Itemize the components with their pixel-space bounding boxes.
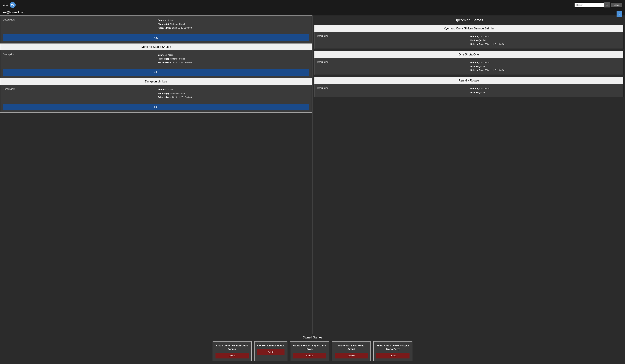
add-button[interactable]: Add xyxy=(3,34,309,41)
game-card-footer: Add xyxy=(0,67,312,78)
header-right: Logout xyxy=(575,2,623,7)
genre-label: Genre(s): xyxy=(470,87,480,90)
release-label: Release Date: xyxy=(158,61,172,64)
genre-value: Adventure xyxy=(480,61,490,64)
owned-games-title: Owned Games xyxy=(3,336,622,339)
platform-value: Nintendo Switch xyxy=(170,57,185,60)
release-label: Release Date: xyxy=(470,43,485,45)
platform-value: Nintendo Switch xyxy=(170,92,185,95)
description-label: Description: xyxy=(3,18,15,21)
upcoming-title: Upcoming Games xyxy=(312,15,625,25)
owned-games-list: Shark Copter VS Bon Odori Zombie Delete … xyxy=(3,341,622,361)
release-label: Release Date: xyxy=(470,69,485,71)
platform-line: Platform(s): PC xyxy=(470,38,621,42)
add-button[interactable]: Add xyxy=(3,104,309,111)
platform-label: Platform(s): xyxy=(158,57,170,60)
owned-game-card: Game & Watch: Super Mario Bros. Delete xyxy=(290,341,329,361)
genre-line: Genre(s): Adventure xyxy=(470,35,621,38)
svg-point-3 xyxy=(607,4,608,5)
description-label: Description: xyxy=(317,61,329,63)
game-description: Description: xyxy=(3,88,155,99)
genre-value: Adventure xyxy=(480,87,490,90)
platform-label: Platform(s): xyxy=(470,91,483,94)
search-icon-button[interactable] xyxy=(604,2,610,7)
platform-line: Platform(s): Nintendo Switch xyxy=(158,22,309,26)
owned-game-card: Sky Mercenaries Redux Delete xyxy=(254,341,287,361)
upcoming-card-title: Kyonyuu Onna Shikan Sennou Saimin xyxy=(314,25,623,32)
game-card-body: Description: Genre(s): Action Platform(s… xyxy=(0,50,312,67)
platform-label: Platform(s): xyxy=(158,23,170,25)
release-value: 2020-11-27 12:00:00 xyxy=(485,69,504,71)
logo-icon xyxy=(10,2,16,8)
owned-games-section: Owned Games Shark Copter VS Bon Odori Zo… xyxy=(0,334,625,363)
delete-button[interactable]: Delete xyxy=(293,353,326,359)
game-card: Noroi no Space Shuttle Description: Genr… xyxy=(0,43,312,78)
game-meta: Genre(s): Action Platform(s): Nintendo S… xyxy=(158,88,309,99)
genre-label: Genre(s): xyxy=(470,35,480,38)
left-panel: Description: Genre(s): Action Platform(s… xyxy=(0,15,312,334)
logo-text: GG xyxy=(2,3,8,7)
upcoming-card-body: Description: Genre(s): Adventure Platfor… xyxy=(314,84,623,97)
delete-button[interactable]: Delete xyxy=(376,353,409,359)
game-card-title: Noroi no Space Shuttle xyxy=(0,44,312,50)
platform-line: Platform(s): PC xyxy=(470,91,621,94)
game-description: Description: xyxy=(317,87,467,94)
game-meta: Genre(s): Action Platform(s): Nintendo S… xyxy=(158,18,309,30)
search-wrapper xyxy=(575,2,610,7)
platform-label: Platform(s): xyxy=(158,92,170,95)
delete-button[interactable]: Delete xyxy=(335,353,368,359)
gamepad-icon xyxy=(605,3,608,6)
game-meta: Genre(s): Adventure Platform(s): PC Rele… xyxy=(470,35,621,46)
owned-game-name: Mario Kart Live: Home Circuit xyxy=(335,344,368,351)
logo-area: GG xyxy=(2,2,16,8)
upcoming-card-title: One Shota One xyxy=(314,51,623,58)
svg-point-4 xyxy=(607,5,607,5)
help-button[interactable]: ? xyxy=(617,11,623,17)
owned-game-name: Sky Mercenaries Redux xyxy=(257,344,284,347)
description-label: Description: xyxy=(317,35,329,37)
add-button[interactable]: Add xyxy=(3,69,309,76)
genre-line: Genre(s): Action xyxy=(158,53,309,57)
game-card-body: Description: Genre(s): Action Platform(s… xyxy=(0,85,312,102)
main-content: Description: Genre(s): Action Platform(s… xyxy=(0,15,625,334)
game-meta: Genre(s): Adventure Platform(s): PC xyxy=(470,87,621,94)
genre-line: Genre(s): Action xyxy=(158,88,309,91)
game-description: Description: xyxy=(3,18,155,30)
game-description: Description: xyxy=(3,53,155,64)
game-meta: Genre(s): Action Platform(s): Nintendo S… xyxy=(158,53,309,64)
logout-button[interactable]: Logout xyxy=(611,3,623,7)
game-card-body: Description: Genre(s): Action Platform(s… xyxy=(0,16,312,32)
release-value: 2020-11-26 12:00:00 xyxy=(172,27,192,29)
genre-label: Genre(s): xyxy=(158,88,168,91)
platform-line: Platform(s): PC xyxy=(470,65,621,68)
platform-value: PC xyxy=(483,91,486,94)
search-input[interactable] xyxy=(575,3,604,7)
delete-button[interactable]: Delete xyxy=(257,349,284,355)
owned-game-name: Shark Copter VS Bon Odori Zombie xyxy=(216,344,249,351)
release-line: Release Date: 2020-11-27 12:00:00 xyxy=(470,42,621,46)
platform-value: PC xyxy=(483,65,486,68)
owned-game-name: Game & Watch: Super Mario Bros. xyxy=(293,344,326,351)
user-email: jes@hotmail.com xyxy=(0,10,625,15)
upcoming-card: Kyonyuu Onna Shikan Sennou Saimin Descri… xyxy=(314,25,623,49)
genre-line: Genre(s): Adventure xyxy=(470,61,621,64)
genre-value: Adventure xyxy=(480,35,490,38)
delete-button[interactable]: Delete xyxy=(216,353,249,359)
upcoming-card: One Shota One Description: Genre(s): Adv… xyxy=(314,51,623,75)
release-value: 2020-11-27 12:00:00 xyxy=(485,43,504,45)
description-label: Description: xyxy=(3,53,15,56)
owned-game-card: Shark Copter VS Bon Odori Zombie Delete xyxy=(213,341,252,361)
game-description: Description: xyxy=(317,35,467,46)
release-line: Release Date: 2020-11-26 12:00:00 xyxy=(158,26,309,30)
release-value: 2020-11-26 12:00:00 xyxy=(172,61,192,64)
right-panel: Upcoming Games Kyonyuu Onna Shikan Senno… xyxy=(312,15,625,334)
platform-line: Platform(s): Nintendo Switch xyxy=(158,57,309,61)
genre-line: Genre(s): Action xyxy=(158,18,309,22)
description-label: Description: xyxy=(317,87,329,89)
game-card-footer: Add xyxy=(0,102,312,112)
upcoming-card: Ren'ai x Royale Description: Genre(s): A… xyxy=(314,77,623,97)
genre-label: Genre(s): xyxy=(470,61,480,64)
description-label: Description: xyxy=(3,88,15,90)
genre-value: Action xyxy=(168,88,174,91)
platform-line: Platform(s): Nintendo Switch xyxy=(158,92,309,95)
